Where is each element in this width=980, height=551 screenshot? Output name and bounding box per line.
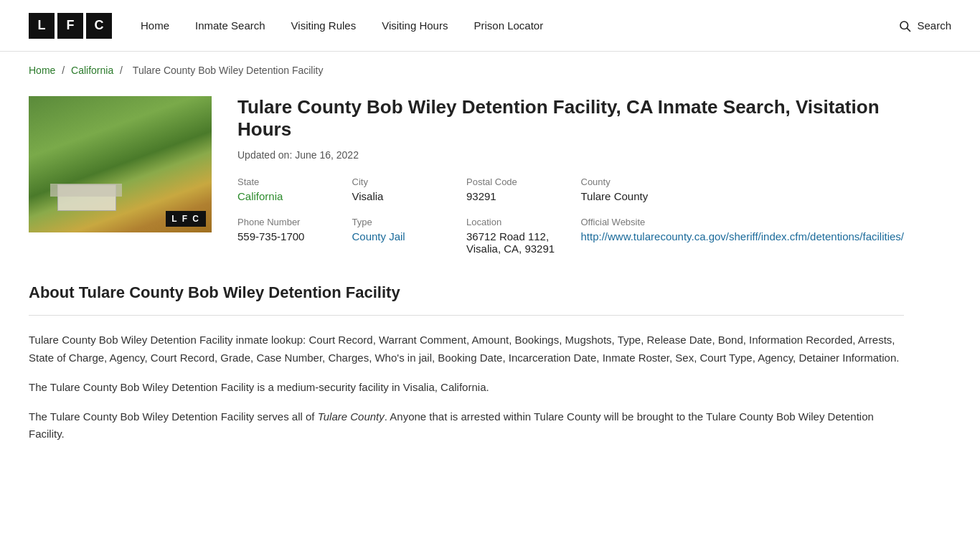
info-phone: Phone Number 559-735-1700 (237, 217, 341, 255)
info-city: City Visalia (352, 176, 456, 202)
main-nav: Home Inmate Search Visiting Rules Visiti… (141, 19, 898, 32)
logo-letter-f: F (57, 13, 83, 39)
breadcrumb-sep2: / (120, 65, 126, 76)
logo-letter-c: C (86, 13, 112, 39)
type-label: Type (352, 217, 456, 227)
info-type: Type County Jail (352, 217, 456, 255)
state-value[interactable]: California (237, 190, 283, 202)
county-label: County (581, 176, 905, 187)
breadcrumb-sep1: / (62, 65, 67, 76)
info-postal: Postal Code 93291 (466, 176, 570, 202)
info-website: Official Website http://www.tularecounty… (581, 217, 905, 255)
breadcrumb-state[interactable]: California (71, 65, 113, 76)
about-para3: The Tulare County Bob Wiley Detention Fa… (29, 408, 904, 444)
header: L F C Home Inmate Search Visiting Rules … (0, 0, 980, 52)
about-para3-start: The Tulare County Bob Wiley Detention Fa… (29, 410, 318, 423)
about-section: About Tulare County Bob Wiley Detention … (29, 283, 904, 443)
website-value[interactable]: http://www.tularecounty.ca.gov/sheriff/i… (581, 230, 905, 242)
info-grid: State California City Visalia Postal Cod… (237, 176, 904, 255)
breadcrumb-home[interactable]: Home (29, 65, 55, 76)
facility-updated: Updated on: June 16, 2022 (237, 149, 904, 161)
phone-label: Phone Number (237, 217, 341, 227)
search-label: Search (917, 19, 951, 32)
logo-letter-l: L (29, 13, 55, 39)
city-value: Visalia (352, 190, 384, 202)
image-watermark: L F C (166, 211, 206, 227)
about-para3-italic: Tulare County (318, 410, 385, 423)
location-label: Location (466, 217, 570, 227)
search-area[interactable]: Search (898, 19, 951, 32)
postal-value: 93291 (466, 190, 496, 202)
info-location: Location 36712 Road 112, Visalia, CA, 93… (466, 217, 570, 255)
facility-image: L F C (29, 96, 212, 232)
facility-card: L F C Tulare County Bob Wiley Detention … (29, 96, 904, 255)
logo[interactable]: L F C (29, 13, 112, 39)
nav-inmate-search[interactable]: Inmate Search (195, 19, 265, 32)
nav-home[interactable]: Home (141, 19, 169, 32)
location-value: 36712 Road 112, Visalia, CA, 93291 (466, 230, 555, 255)
facility-info: Tulare County Bob Wiley Detention Facili… (237, 96, 904, 255)
phone-value: 559-735-1700 (237, 230, 304, 242)
website-label: Official Website (581, 217, 905, 227)
search-icon (898, 19, 911, 32)
state-label: State (237, 176, 341, 187)
nav-prison-locator[interactable]: Prison Locator (473, 19, 543, 32)
main-content: L F C Tulare County Bob Wiley Detention … (0, 89, 933, 484)
breadcrumb: Home / California / Tulare County Bob Wi… (0, 52, 980, 89)
breadcrumb-facility: Tulare County Bob Wiley Detention Facili… (133, 65, 324, 76)
facility-title: Tulare County Bob Wiley Detention Facili… (237, 96, 904, 141)
postal-label: Postal Code (466, 176, 570, 187)
svg-line-1 (908, 28, 910, 31)
about-title: About Tulare County Bob Wiley Detention … (29, 283, 904, 302)
about-para2: The Tulare County Bob Wiley Detention Fa… (29, 379, 904, 397)
about-divider (29, 315, 904, 316)
nav-visiting-hours[interactable]: Visiting Hours (382, 19, 448, 32)
county-value: Tulare County (581, 190, 649, 202)
info-state: State California (237, 176, 341, 202)
nav-visiting-rules[interactable]: Visiting Rules (291, 19, 357, 32)
city-label: City (352, 176, 456, 187)
info-county: County Tulare County (581, 176, 905, 202)
about-para1: Tulare County Bob Wiley Detention Facili… (29, 331, 904, 367)
type-value[interactable]: County Jail (352, 230, 405, 242)
